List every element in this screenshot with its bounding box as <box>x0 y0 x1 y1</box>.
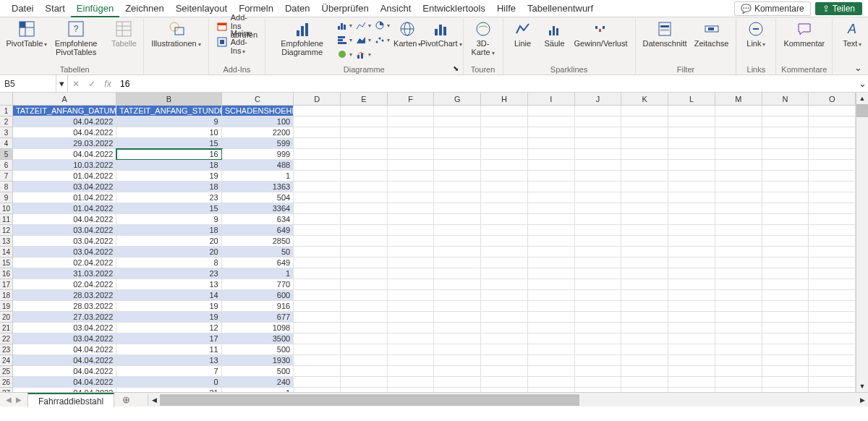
cell[interactable] <box>668 344 715 355</box>
cell[interactable] <box>809 344 856 355</box>
cell[interactable]: 2850 <box>222 236 294 247</box>
cell[interactable] <box>388 268 435 279</box>
cell[interactable] <box>575 149 622 160</box>
cell[interactable] <box>528 323 575 333</box>
cell[interactable] <box>481 106 528 116</box>
cell[interactable] <box>762 366 809 377</box>
cell[interactable]: 01.04.2022 <box>13 203 116 214</box>
cell[interactable] <box>434 388 481 392</box>
cell[interactable] <box>809 171 856 182</box>
cell[interactable] <box>575 268 622 279</box>
text-button[interactable]: A Text <box>837 19 867 51</box>
cell[interactable]: 03.04.2022 <box>13 225 116 236</box>
cell[interactable]: 04.04.2022 <box>13 116 116 127</box>
cell[interactable] <box>668 268 715 279</box>
cell[interactable] <box>715 333 762 344</box>
cell[interactable] <box>434 258 481 268</box>
cell[interactable] <box>294 192 341 203</box>
cell[interactable] <box>575 192 622 203</box>
cell[interactable]: 18 <box>116 160 221 171</box>
cell[interactable] <box>294 279 341 290</box>
cell[interactable] <box>294 171 341 182</box>
cell[interactable] <box>481 225 528 236</box>
cell[interactable]: 04.04.2022 <box>13 377 116 388</box>
row-header[interactable]: 21 <box>0 323 13 333</box>
cell[interactable] <box>341 203 388 214</box>
cell[interactable] <box>388 312 435 323</box>
cell[interactable]: 1930 <box>222 355 294 366</box>
cell[interactable] <box>341 225 388 236</box>
cell[interactable] <box>668 225 715 236</box>
cell[interactable] <box>528 192 575 203</box>
cell[interactable]: 0 <box>116 377 221 388</box>
cell[interactable] <box>668 116 715 127</box>
cell[interactable]: 1 <box>222 268 294 279</box>
cell[interactable]: TATZEIT_ANFANG_DATUM▾ <box>13 106 116 116</box>
cell[interactable] <box>715 258 762 268</box>
cell[interactable] <box>388 203 435 214</box>
cell[interactable] <box>388 247 435 258</box>
column-header-B[interactable]: B <box>116 93 221 106</box>
cell[interactable] <box>575 344 622 355</box>
cell[interactable] <box>388 377 435 388</box>
cell[interactable] <box>621 236 668 247</box>
cell[interactable] <box>294 333 341 344</box>
cell[interactable] <box>762 149 809 160</box>
cell[interactable] <box>388 160 435 171</box>
cell[interactable] <box>668 247 715 258</box>
cell[interactable] <box>388 138 435 149</box>
row-header[interactable]: 19 <box>0 301 13 312</box>
cell[interactable] <box>294 312 341 323</box>
cell[interactable] <box>528 344 575 355</box>
cell[interactable] <box>762 236 809 247</box>
menu-seitenlayout[interactable]: Seitenlayout <box>170 0 234 17</box>
cell[interactable] <box>575 388 622 392</box>
cell[interactable] <box>762 214 809 225</box>
row-header[interactable]: 8 <box>0 182 13 192</box>
cell[interactable] <box>668 279 715 290</box>
cell[interactable] <box>575 333 622 344</box>
cell[interactable] <box>762 192 809 203</box>
cell[interactable]: 03.04.2022 <box>13 236 116 247</box>
cell[interactable]: 04.04.2022 <box>13 366 116 377</box>
cell[interactable] <box>668 203 715 214</box>
cell[interactable] <box>809 127 856 138</box>
cell[interactable] <box>621 323 668 333</box>
cell[interactable] <box>434 116 481 127</box>
cell[interactable] <box>528 138 575 149</box>
cell[interactable] <box>715 127 762 138</box>
cell[interactable] <box>528 388 575 392</box>
cell[interactable] <box>434 236 481 247</box>
cell[interactable] <box>294 106 341 116</box>
cell[interactable] <box>715 214 762 225</box>
cell[interactable] <box>481 268 528 279</box>
cell[interactable] <box>294 127 341 138</box>
cell[interactable]: 15 <box>116 138 221 149</box>
cell[interactable] <box>809 333 856 344</box>
row-header[interactable]: 13 <box>0 236 13 247</box>
cell[interactable] <box>341 192 388 203</box>
cell[interactable] <box>621 116 668 127</box>
cell[interactable] <box>528 279 575 290</box>
formula-expand-button[interactable]: ⌄ <box>856 75 868 92</box>
cell[interactable] <box>434 171 481 182</box>
cell[interactable] <box>668 323 715 333</box>
cell[interactable] <box>715 247 762 258</box>
cell[interactable]: 916 <box>222 301 294 312</box>
scatter-chart-button[interactable] <box>373 33 391 46</box>
cell[interactable] <box>762 333 809 344</box>
cell[interactable] <box>621 127 668 138</box>
cell[interactable] <box>575 236 622 247</box>
cell[interactable] <box>668 192 715 203</box>
cell[interactable] <box>481 377 528 388</box>
cell[interactable] <box>621 225 668 236</box>
cell[interactable] <box>575 171 622 182</box>
row-header[interactable]: 23 <box>0 344 13 355</box>
insert-function-button[interactable]: fx <box>100 75 116 92</box>
formula-input[interactable] <box>116 75 856 92</box>
cell[interactable]: 27.03.2022 <box>13 312 116 323</box>
scroll-down-button[interactable]: ▼ <box>856 380 868 392</box>
cell[interactable] <box>575 377 622 388</box>
cell[interactable] <box>388 214 435 225</box>
cell[interactable]: 634 <box>222 214 294 225</box>
